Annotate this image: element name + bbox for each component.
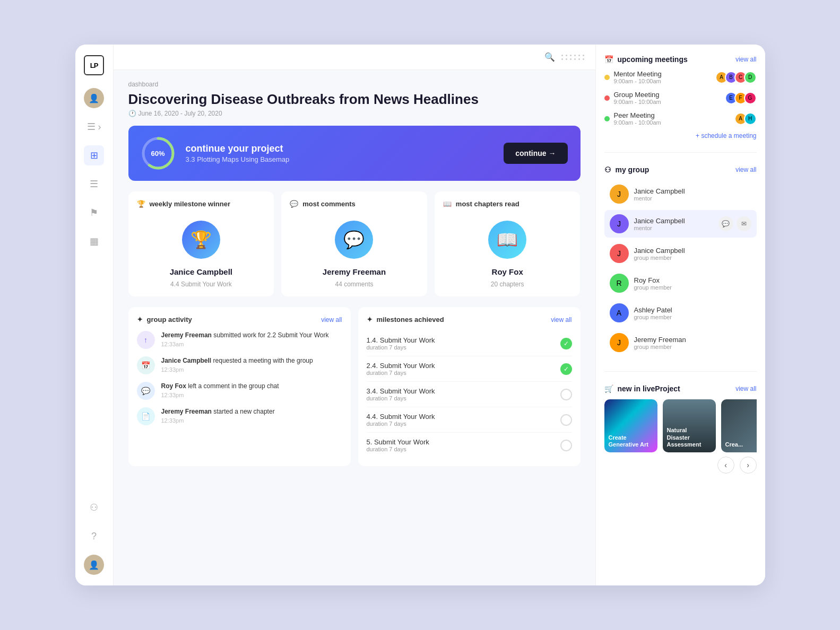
menu-toggle-icon[interactable]: ☰ › (84, 117, 104, 137)
trophy-icon: 🏆 (137, 200, 145, 208)
meetings-section: 📅 upcoming meetings view all Mentor Meet… (604, 55, 757, 139)
user-avatar-bottom[interactable]: 👤 (84, 555, 104, 575)
breadcrumb: dashboard (128, 81, 581, 88)
milestone-item-2: 3.4. Submit Your Work duration 7 days (367, 382, 572, 407)
stat-sub-1: 44 comments (335, 281, 373, 288)
page-title: Discovering Disease Outbreaks from News … (128, 91, 581, 108)
nav-prev-button[interactable]: ‹ (717, 457, 734, 474)
stats-row: 🏆 weekly milestone winner 🏆 Janice Campb… (128, 191, 581, 296)
schedule-meeting-link[interactable]: + schedule a meeting (604, 132, 757, 139)
group-member-0[interactable]: J Janice Campbell mentor (604, 180, 757, 208)
meeting-avatars-0: A B C D (715, 71, 757, 84)
meeting-item-1: Group Meeting 9:00am - 10:00am E F G (604, 91, 757, 105)
meeting-avatar: H (744, 112, 757, 125)
group-member-5[interactable]: J Jeremy Freeman group member (604, 329, 757, 356)
member-avatar-5: J (610, 333, 629, 352)
stat-card-chat: 💬 most comments 💬 Jeremy Freeman 44 comm… (281, 191, 427, 296)
milestone-check-3 (560, 414, 572, 426)
activity-item-0: ↑ Jeremy Freeman submitted work for 2.2 … (137, 331, 342, 349)
new-projects-view-all[interactable]: view all (735, 385, 756, 392)
continue-banner: 60% continue your project 3.3 Plotting M… (128, 126, 581, 181)
activity-icon-2: 💬 (137, 382, 155, 400)
member-avatar-0: J (610, 185, 629, 204)
group-member-4[interactable]: A Ashley Patel group member (604, 299, 757, 327)
member-avatar-2: J (610, 244, 629, 263)
meeting-dot-0 (604, 75, 610, 80)
stat-sub-0: 4.4 Submit Your Work (170, 281, 232, 288)
activity-desc-3: Jeremy Freeman started a new chapter (161, 407, 342, 416)
continue-button[interactable]: continue → (504, 143, 567, 164)
activity-icon-1: 📅 (137, 356, 155, 374)
activity-item-2: 💬 Roy Fox left a comment in the group ch… (137, 382, 342, 400)
main-content: 🔍 dashboard Discovering Disease Outbreak… (114, 45, 595, 585)
sidebar-item-help[interactable]: ? (84, 526, 104, 546)
sidebar-item-group[interactable]: ⚇ (84, 497, 104, 518)
milestone-star-icon: ✦ (367, 316, 373, 323)
chat-avatar: 💬 (335, 221, 373, 259)
milestones-view-all[interactable]: view all (551, 316, 571, 323)
group-icon: ⚇ (604, 165, 611, 174)
milestone-item-1: 2.4. Submit Your Work duration 7 days ✓ (367, 356, 572, 382)
nav-arrows: ‹ › (604, 457, 757, 474)
book-icon: 📖 (443, 200, 452, 208)
activity-desc-2: Roy Fox left a comment in the group chat (161, 382, 342, 391)
search-icon[interactable]: 🔍 (544, 52, 555, 62)
user-avatar-small[interactable]: 👤 (84, 88, 104, 108)
activity-view-all[interactable]: view all (321, 316, 342, 323)
activity-time-0: 12:33am (161, 341, 342, 347)
my-group-section: ⚇ my group view all J Janice Campbell me… (604, 165, 757, 358)
search-input[interactable] (124, 53, 544, 62)
stat-sub-2: 20 chapters (491, 281, 524, 288)
meetings-view-all[interactable]: view all (735, 56, 756, 63)
member-avatar-4: A (610, 303, 629, 322)
milestone-check-2 (560, 389, 572, 400)
divider-1 (604, 152, 757, 153)
member-message-btn[interactable]: 💬 (718, 216, 733, 231)
stat-card-trophy: 🏆 weekly milestone winner 🏆 Janice Campb… (128, 191, 274, 296)
group-member-2[interactable]: J Janice Campbell group member (604, 240, 757, 267)
date-range: 🕐 June 16, 2020 - July 20, 2020 (128, 110, 581, 117)
group-member-3[interactable]: R Roy Fox group member (604, 269, 757, 297)
continue-info: continue your project 3.3 Plotting Maps … (186, 143, 493, 163)
continue-subtitle: 3.3 Plotting Maps Using Basemap (186, 155, 493, 163)
sidebar-item-dashboard[interactable]: ⊞ (84, 145, 104, 165)
sidebar-item-flag[interactable]: ⚑ (84, 203, 104, 223)
progress-percent: 60% (151, 150, 164, 158)
cart-icon: 🛒 (604, 384, 613, 393)
project-card-1[interactable]: Natural Disaster Assessment (663, 399, 716, 452)
activity-icon-3: 📄 (137, 407, 155, 425)
stat-name-2: Roy Fox (492, 267, 523, 276)
meeting-item-0: Mentor Meeting 9:00am - 10:00am A B C D (604, 70, 757, 84)
project-card-0[interactable]: Create Generative Art (604, 399, 657, 452)
activity-desc-1: Janice Campbell requested a meeting with… (161, 356, 342, 365)
calendar-icon: 🕐 (128, 110, 136, 117)
activity-time-2: 12:33pm (161, 392, 342, 398)
meeting-avatar: D (744, 71, 757, 84)
activity-desc-0: Jeremy Freeman submitted work for 2.2 Su… (161, 331, 342, 340)
new-projects-section: 🛒 new in liveProject view all Create Gen… (604, 384, 757, 474)
activity-item-1: 📅 Janice Campbell requested a meeting wi… (137, 356, 342, 374)
meeting-avatars-1: E F G (725, 92, 757, 104)
project-card-2[interactable]: Crea... (721, 399, 757, 452)
milestone-check-1: ✓ (560, 363, 572, 375)
activity-time-3: 12:33pm (161, 417, 342, 424)
nav-next-button[interactable]: › (740, 457, 757, 474)
dot-grid-decoration (561, 55, 585, 60)
dashboard-area: dashboard Discovering Disease Outbreaks … (114, 70, 595, 585)
meeting-dot-2 (604, 116, 610, 121)
chat-icon: 💬 (290, 200, 298, 208)
sidebar-item-document[interactable]: ☰ (84, 174, 104, 194)
member-avatar-1: J (610, 214, 629, 233)
group-view-all[interactable]: view all (735, 166, 756, 173)
meeting-dot-1 (604, 95, 610, 101)
stat-name-0: Janice Campbell (170, 267, 232, 276)
meetings-icon: 📅 (604, 55, 613, 64)
milestones-card: ✦ milestones achieved view all 1.4. Subm… (358, 307, 581, 466)
member-actions-1: 💬 ✉ (718, 216, 751, 231)
activity-icon-0: ↑ (137, 331, 155, 349)
sidebar-item-calendar[interactable]: ▦ (84, 231, 104, 251)
search-bar: 🔍 (114, 45, 595, 70)
group-member-1[interactable]: J Janice Campbell mentor 💬 ✉ (604, 210, 757, 238)
milestone-item-4: 5. Submit Your Work duration 7 days (367, 433, 572, 458)
member-email-btn[interactable]: ✉ (737, 216, 751, 231)
